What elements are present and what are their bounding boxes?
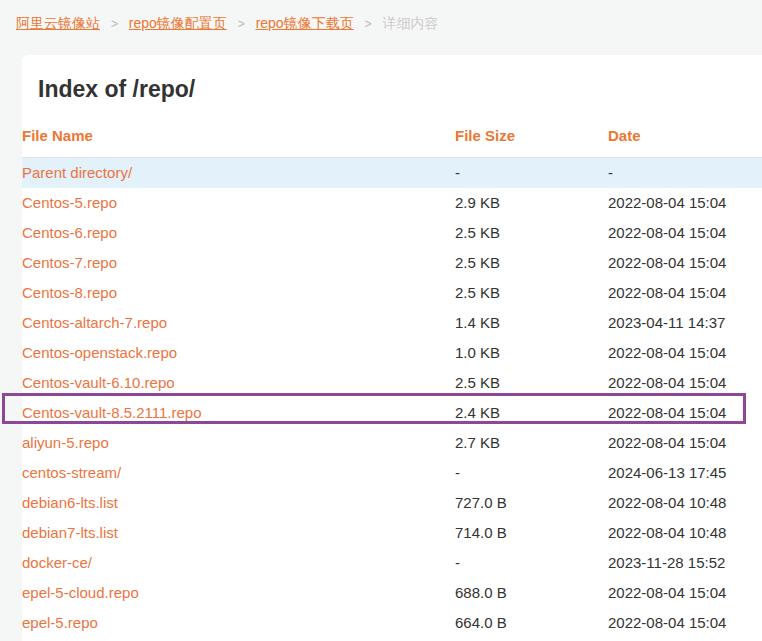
file-size: 1.0 KB: [455, 338, 608, 368]
table-row: Centos-openstack.repo 1.0 KB 2022-08-04 …: [22, 338, 762, 368]
column-header-date[interactable]: Date: [608, 127, 762, 158]
table-row: debian6-lts.list 727.0 B 2022-08-04 10:4…: [22, 488, 762, 518]
breadcrumb-link-mirror-home[interactable]: 阿里云镜像站: [16, 15, 100, 31]
table-row: epel-5-cloud.repo 688.0 B 2022-08-04 15:…: [22, 578, 762, 608]
file-size: 2.5 KB: [455, 248, 608, 278]
file-link[interactable]: epel-5.repo: [22, 614, 98, 631]
breadcrumb-link-repo-download[interactable]: repo镜像下载页: [256, 15, 354, 31]
page-title: Index of /repo/: [38, 75, 762, 103]
file-link[interactable]: debian7-lts.list: [22, 524, 118, 541]
table-row: Centos-altarch-7.repo 1.4 KB 2023-04-11 …: [22, 308, 762, 338]
breadcrumb-current-detail: 详细内容: [382, 15, 438, 31]
file-link[interactable]: Centos-8.repo: [22, 284, 117, 301]
file-table-body: Parent directory/ - - Centos-5.repo 2.9 …: [22, 158, 762, 638]
file-link[interactable]: Centos-altarch-7.repo: [22, 314, 167, 331]
table-row: epel-5.repo 664.0 B 2022-08-04 15:04: [22, 608, 762, 638]
table-row: aliyun-5.repo 2.7 KB 2022-08-04 15:04: [22, 428, 762, 458]
column-header-file-name[interactable]: File Name: [22, 127, 455, 158]
file-date: 2022-08-04 10:48: [608, 518, 762, 548]
table-row: Centos-5.repo 2.9 KB 2022-08-04 15:04: [22, 188, 762, 218]
file-link[interactable]: aliyun-5.repo: [22, 434, 109, 451]
file-date: 2022-08-04 15:04: [608, 248, 762, 278]
breadcrumb-separator: >: [111, 17, 118, 31]
file-date: 2022-08-04 15:04: [608, 368, 762, 398]
file-link[interactable]: Parent directory/: [22, 164, 132, 181]
breadcrumb-link-repo-config[interactable]: repo镜像配置页: [129, 15, 227, 31]
file-size: 688.0 B: [455, 578, 608, 608]
file-date: 2024-06-13 17:45: [608, 458, 762, 488]
file-size: 664.0 B: [455, 608, 608, 638]
breadcrumb-separator: >: [238, 17, 245, 31]
file-link[interactable]: Centos-vault-8.5.2111.repo: [22, 404, 202, 421]
file-date: 2022-08-04 15:04: [608, 578, 762, 608]
file-size: 2.4 KB: [455, 398, 608, 428]
table-row: debian7-lts.list 714.0 B 2022-08-04 10:4…: [22, 518, 762, 548]
file-link[interactable]: debian6-lts.list: [22, 494, 118, 511]
file-link[interactable]: Centos-openstack.repo: [22, 344, 177, 361]
file-size: -: [455, 458, 608, 488]
breadcrumb-separator: >: [365, 17, 372, 31]
file-size: 714.0 B: [455, 518, 608, 548]
file-size: -: [455, 158, 608, 188]
table-row: docker-ce/ - 2023-11-28 15:52: [22, 548, 762, 578]
table-row: Centos-8.repo 2.5 KB 2022-08-04 15:04: [22, 278, 762, 308]
file-date: 2022-08-04 15:04: [608, 608, 762, 638]
file-date: 2022-08-04 15:04: [608, 338, 762, 368]
file-link[interactable]: Centos-vault-6.10.repo: [22, 374, 175, 391]
file-date: 2022-08-04 15:04: [608, 278, 762, 308]
file-link[interactable]: Centos-6.repo: [22, 224, 117, 241]
file-link[interactable]: Centos-5.repo: [22, 194, 117, 211]
page: 阿里云镜像站 > repo镜像配置页 > repo镜像下载页 > 详细内容 In…: [0, 0, 762, 641]
file-link[interactable]: docker-ce/: [22, 554, 92, 571]
table-row: Centos-7.repo 2.5 KB 2022-08-04 15:04: [22, 248, 762, 278]
table-row: Centos-vault-6.10.repo 2.5 KB 2022-08-04…: [22, 368, 762, 398]
file-size: -: [455, 548, 608, 578]
file-table: File Name File Size Date Parent director…: [22, 127, 762, 638]
file-date: 2022-08-04 15:04: [608, 188, 762, 218]
table-row: Parent directory/ - -: [22, 158, 762, 188]
table-row: centos-stream/ - 2024-06-13 17:45: [22, 458, 762, 488]
file-link[interactable]: epel-5-cloud.repo: [22, 584, 139, 601]
file-link[interactable]: Centos-7.repo: [22, 254, 117, 271]
column-header-file-size[interactable]: File Size: [455, 127, 608, 158]
file-date: 2023-04-11 14:37: [608, 308, 762, 338]
table-row: Centos-6.repo 2.5 KB 2022-08-04 15:04: [22, 218, 762, 248]
file-size: 1.4 KB: [455, 308, 608, 338]
file-size: 2.5 KB: [455, 368, 608, 398]
file-date: 2023-11-28 15:52: [608, 548, 762, 578]
breadcrumb: 阿里云镜像站 > repo镜像配置页 > repo镜像下载页 > 详细内容: [0, 0, 762, 34]
file-date: 2022-08-04 10:48: [608, 488, 762, 518]
file-table-header: File Name File Size Date: [22, 127, 762, 158]
content-card: Index of /repo/ File Name File Size Date…: [22, 55, 762, 641]
file-date: 2022-08-04 15:04: [608, 428, 762, 458]
file-size: 2.5 KB: [455, 278, 608, 308]
file-date: 2022-08-04 15:04: [608, 398, 762, 428]
file-link[interactable]: centos-stream/: [22, 464, 121, 481]
file-size: 2.9 KB: [455, 188, 608, 218]
file-size: 2.7 KB: [455, 428, 608, 458]
file-size: 727.0 B: [455, 488, 608, 518]
file-date: -: [608, 158, 762, 188]
file-size: 2.5 KB: [455, 218, 608, 248]
table-row: Centos-vault-8.5.2111.repo 2.4 KB 2022-0…: [22, 398, 762, 428]
file-date: 2022-08-04 15:04: [608, 218, 762, 248]
